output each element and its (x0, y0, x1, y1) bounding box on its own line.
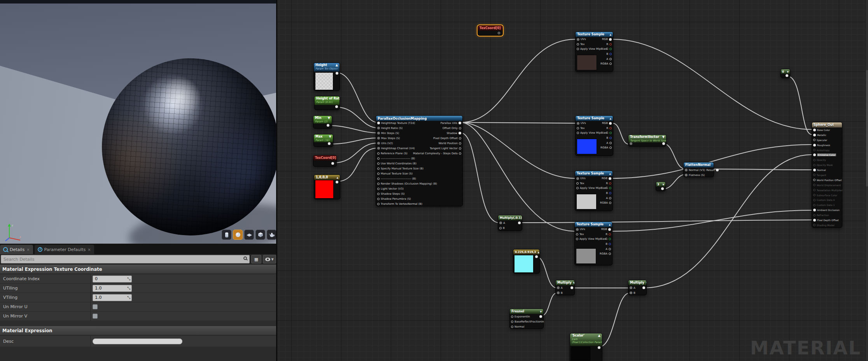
pin-input[interactable] (813, 194, 816, 196)
pin-output[interactable] (609, 202, 611, 204)
collapse-icon[interactable]: ▲ (598, 334, 600, 338)
shape-cube-button[interactable] (256, 230, 265, 240)
pin-input[interactable] (499, 227, 502, 229)
pin-output[interactable] (609, 248, 611, 250)
pin-input[interactable] (377, 203, 380, 205)
tab-details[interactable]: Details × (0, 245, 33, 254)
pin-input[interactable] (813, 179, 816, 181)
pin-output[interactable] (459, 152, 461, 155)
pin-output[interactable] (609, 122, 612, 125)
pin-output[interactable] (609, 127, 612, 129)
shape-plane-button[interactable] (244, 230, 254, 240)
node-scalar-collection-param[interactable]: 'Scalar' ▲ Cam (float1)Collection Param (570, 333, 602, 361)
pin-output[interactable] (609, 142, 612, 144)
pin-input[interactable] (377, 193, 380, 195)
pin-input[interactable] (377, 132, 380, 134)
pin-input[interactable] (813, 139, 816, 141)
pin-input[interactable] (511, 316, 513, 318)
pin-input[interactable] (377, 147, 380, 150)
pin-output[interactable] (535, 255, 538, 258)
pin-output[interactable] (609, 238, 611, 240)
pin-output[interactable] (609, 177, 611, 180)
pin-input[interactable] (577, 43, 579, 45)
pin-output[interactable] (642, 286, 645, 289)
pin-input[interactable] (576, 238, 578, 240)
preview-viewport[interactable]: y x (0, 0, 277, 244)
pin-output[interactable] (336, 181, 338, 183)
desc-field[interactable] (93, 338, 182, 344)
pin-input[interactable] (685, 169, 688, 171)
close-icon[interactable]: × (88, 248, 91, 252)
pin-input[interactable] (813, 159, 816, 161)
pin-input[interactable] (576, 177, 579, 180)
pin-input[interactable] (813, 149, 816, 151)
pin-output[interactable] (609, 137, 612, 139)
pin-output[interactable] (609, 243, 611, 245)
column-divider[interactable] (90, 302, 91, 311)
scrollbar-thumb[interactable] (866, 70, 868, 187)
pin-output[interactable] (609, 192, 611, 194)
node-texcoord[interactable]: TexCoord[0] ▼ (313, 155, 337, 167)
pin-input[interactable] (813, 144, 816, 146)
pin-output[interactable] (459, 137, 461, 140)
pin-output[interactable] (609, 58, 612, 60)
pin-output[interactable] (609, 48, 612, 50)
chevron-down-icon[interactable]: ▼ (540, 310, 542, 313)
un-mirror-v-checkbox[interactable] (93, 314, 98, 319)
node-fresnel[interactable]: Fresnel ▼ ExponentIn BaseReflectFraction… (509, 309, 544, 329)
pin-output[interactable] (518, 221, 521, 224)
pin-input[interactable] (813, 184, 816, 186)
pin-input[interactable] (377, 127, 380, 129)
column-divider[interactable] (90, 284, 91, 293)
pin-input[interactable] (577, 127, 579, 129)
node-constant-zero[interactable]: 0 ▼ (780, 69, 790, 78)
pin-input[interactable] (813, 153, 816, 156)
pin-input[interactable] (813, 204, 816, 206)
pin-output[interactable] (598, 346, 600, 349)
pin-output[interactable] (609, 197, 611, 199)
chevron-down-icon[interactable]: ▼ (662, 135, 665, 139)
pin-input[interactable] (813, 189, 816, 191)
pin-output[interactable] (459, 142, 461, 145)
pin-input[interactable] (813, 174, 816, 176)
pin-input[interactable] (813, 209, 816, 211)
shape-teapot-button[interactable] (267, 230, 276, 240)
pin-input[interactable] (377, 122, 380, 124)
pin-output[interactable] (609, 53, 612, 55)
pin-output[interactable] (609, 63, 612, 65)
node-height[interactable]: Height ▲ Param Tex Object (313, 63, 340, 91)
collapse-icon[interactable]: ▲ (336, 63, 338, 67)
pin-input[interactable] (377, 178, 380, 180)
collapse-icon[interactable]: ▲ (609, 33, 611, 36)
chevron-down-icon[interactable]: ▼ (646, 281, 646, 284)
tab-parameter-defaults[interactable]: Parameter Defaults × (35, 245, 94, 254)
pin-input[interactable] (630, 291, 632, 294)
pin-input[interactable] (577, 122, 579, 125)
search-input[interactable] (1, 257, 234, 262)
node-constant-cyan[interactable]: 0.225,0.919,3 ▲ (513, 249, 540, 274)
pin-output[interactable] (458, 132, 461, 134)
pin-output[interactable] (786, 74, 788, 77)
shape-cylinder-button[interactable] (222, 230, 231, 240)
pin-output[interactable] (609, 132, 612, 134)
pin-input[interactable] (511, 321, 513, 323)
collapse-icon[interactable]: ▲ (336, 176, 338, 179)
pin-input[interactable] (576, 228, 579, 231)
node-texcoord-selected[interactable]: TexCoord[0] ▼ (478, 25, 503, 36)
pin-output[interactable] (716, 169, 719, 171)
node-parallax-occlusion-mapping[interactable]: ParallaxOcclusionMapping Heightmap Textu… (376, 115, 463, 206)
pin-output[interactable] (327, 124, 329, 127)
pin-input[interactable] (377, 198, 380, 200)
view-options-button[interactable]: ▼ (263, 255, 276, 263)
pin-output[interactable] (539, 315, 542, 318)
pin-output[interactable] (328, 142, 331, 145)
collapse-icon[interactable]: ▲ (609, 223, 611, 226)
multi-value-icon[interactable]: ⤡ (127, 277, 130, 281)
pin-input[interactable] (499, 221, 502, 224)
pin-input[interactable] (577, 48, 579, 50)
section-header-texture-coordinate[interactable]: Material Expression Texture Coordinate (0, 264, 277, 274)
node-multiply-b[interactable]: Multiply ▼ A B (628, 280, 647, 295)
pin-input[interactable] (511, 326, 513, 328)
pin-input[interactable] (630, 142, 632, 145)
pin-output[interactable] (662, 142, 665, 145)
